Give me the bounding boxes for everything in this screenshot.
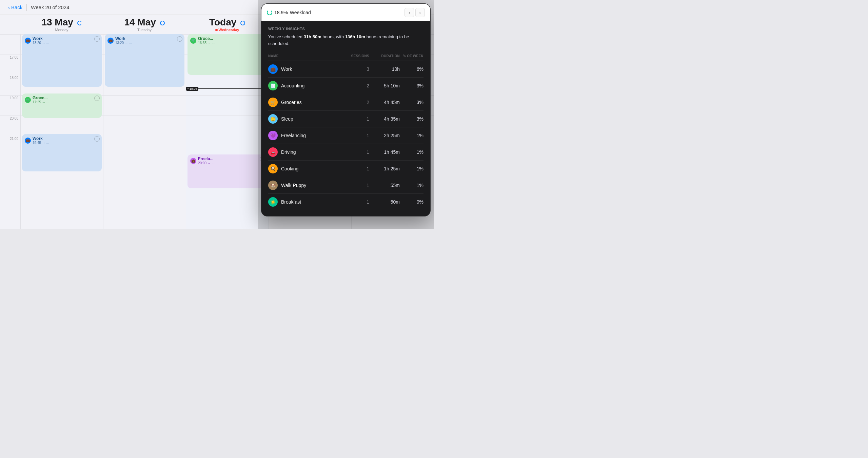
- back-button[interactable]: ‹ Back: [8, 4, 22, 10]
- tue-event-work-1320[interactable]: 💼 Work 13:20 → ...: [105, 34, 184, 87]
- row-name: 🚗 Driving: [268, 147, 342, 157]
- row-label: Driving: [281, 149, 296, 155]
- back-chevron-icon: ‹: [8, 4, 10, 10]
- today-event-freelancing[interactable]: 💼 Freela... 20:00 → ...: [188, 154, 267, 188]
- row-duration: 1h 45m: [369, 149, 400, 155]
- row-icon: 🧾: [268, 81, 278, 90]
- insights-panel: 18.9% Weekload ‹ › WEEKLY INSIGHTS You'v…: [261, 3, 431, 216]
- next-arrow-button[interactable]: ›: [415, 8, 425, 17]
- groceries-check-mon[interactable]: [94, 96, 100, 101]
- row-icon: 🍳: [268, 164, 278, 173]
- panel-header-bar: 18.9% Weekload ‹ ›: [261, 4, 430, 21]
- table-row-accounting[interactable]: 🧾 Accounting 2 5h 10m 3%: [268, 78, 423, 94]
- row-sessions: 1: [342, 133, 369, 138]
- panel-nav-arrows: ‹ ›: [405, 8, 425, 17]
- weekload-spinner-icon: [267, 10, 272, 15]
- row-name: ☀️ Breakfast: [268, 197, 342, 207]
- day-date-mon: 13 May: [22, 18, 102, 27]
- table-row-groceries[interactable]: 🛒 Groceries 2 4h 45m 3%: [268, 94, 423, 111]
- work-title-tue: Work: [115, 36, 132, 41]
- row-label: Groceries: [281, 100, 302, 105]
- th-pct: % OF WEEK: [400, 54, 423, 58]
- row-pct: 3%: [400, 100, 423, 105]
- row-name: 😴 Sleep: [268, 114, 342, 124]
- row-name: 🍳 Cooking: [268, 164, 342, 173]
- row-pct: 1%: [400, 149, 423, 155]
- mon-slot-5: [21, 116, 103, 136]
- row-label: Accounting: [281, 83, 304, 88]
- th-name: NAME: [268, 54, 342, 58]
- time-slot-1800: 18:00: [0, 75, 20, 95]
- row-name: 🐶 Walk Puppy: [268, 181, 342, 190]
- row-icon: 🚗: [268, 147, 278, 157]
- week-label: Week 20 of 2024: [31, 4, 69, 10]
- time-slot-1700: 17:00: [0, 55, 20, 75]
- row-pct: 3%: [400, 116, 423, 122]
- day-date-today: Today: [187, 18, 267, 27]
- row-sessions: 3: [342, 66, 369, 72]
- row-pct: 1%: [400, 133, 423, 138]
- table-row-walk-puppy[interactable]: 🐶 Walk Puppy 1 55m 1%: [268, 177, 423, 194]
- row-label: Walk Puppy: [281, 183, 306, 188]
- table-row-sleep[interactable]: 😴 Sleep 1 4h 35m 3%: [268, 111, 423, 127]
- row-label: Freelancing: [281, 133, 306, 138]
- row-duration: 1h 25m: [369, 166, 400, 171]
- row-label: Cooking: [281, 166, 298, 171]
- th-sessions: SESSIONS: [342, 54, 369, 58]
- th-duration: DURATION: [369, 54, 400, 58]
- row-sessions: 1: [342, 199, 369, 205]
- work2-check-mon[interactable]: [94, 136, 100, 142]
- row-duration: 4h 35m: [369, 116, 400, 122]
- table-row-breakfast[interactable]: ☀️ Breakfast 1 50m 0%: [268, 194, 423, 210]
- scheduled-hours: 31h 50m: [304, 34, 321, 39]
- work-check-mon[interactable]: [94, 36, 100, 42]
- groceries-icon-mon: 🛒: [25, 97, 31, 103]
- day-column-tue: 💼 Work 13:20 → ...: [103, 34, 186, 229]
- freelancing-title-today: Freela...: [198, 157, 215, 161]
- table-row-freelancing[interactable]: 💜 Freelancing 1 2h 25m 1%: [268, 127, 423, 144]
- row-duration: 4h 45m: [369, 100, 400, 105]
- mon-event-groceries[interactable]: 🛒 Groce... 17:25 → ...: [22, 93, 102, 118]
- row-pct: 3%: [400, 83, 423, 88]
- today-indicator: [240, 21, 245, 25]
- day-header-mon: 13 May Monday: [20, 18, 103, 32]
- row-label: Work: [281, 66, 292, 72]
- work-check-tue[interactable]: [177, 36, 182, 42]
- today-dot-icon: [215, 29, 218, 31]
- work2-time-mon: 19:45 → ...: [33, 141, 49, 145]
- work-icon: 💼: [25, 38, 31, 44]
- row-duration: 50m: [369, 199, 400, 205]
- table-row-driving[interactable]: 🚗 Driving 1 1h 45m 1%: [268, 144, 423, 161]
- prev-arrow-button[interactable]: ‹: [405, 8, 414, 17]
- groceries-icon-today: 🛒: [190, 38, 196, 44]
- weekload-badge: 18.9% Weekload: [267, 10, 311, 15]
- row-icon: 💜: [268, 131, 278, 140]
- insights-section-label: WEEKLY INSIGHTS: [268, 27, 423, 31]
- row-icon: 🐶: [268, 181, 278, 190]
- work-time-mon: 13:20 → ...: [33, 41, 49, 45]
- today-event-groceries[interactable]: 🛒 Groce... 16:35 → ...: [188, 34, 267, 75]
- groceries-time-today: 16:35 → ...: [198, 41, 215, 45]
- row-sessions: 2: [342, 100, 369, 105]
- time-slot-2100: 21:00: [0, 136, 20, 156]
- row-label: Breakfast: [281, 199, 301, 205]
- table-row-work[interactable]: 💼 Work 3 10h 6%: [268, 61, 423, 78]
- table-row-cooking[interactable]: 🍳 Cooking 1 1h 25m 1%: [268, 161, 423, 177]
- insights-table: NAME SESSIONS DURATION % OF WEEK 💼 Work …: [268, 53, 423, 210]
- time-column: 17:00 18:00 19:00 20:00 21:00: [0, 34, 20, 229]
- row-duration: 2h 25m: [369, 133, 400, 138]
- mon-event-work-1320[interactable]: 💼 Work 13:20 → ...: [22, 34, 102, 87]
- table-header: NAME SESSIONS DURATION % OF WEEK: [268, 53, 423, 61]
- weekload-label: Weekload: [290, 10, 311, 15]
- work-time-tue: 13:20 → ...: [115, 41, 132, 45]
- row-pct: 6%: [400, 66, 423, 72]
- weekload-percentage: 18.9%: [274, 10, 288, 15]
- time-gutter-header: [0, 18, 20, 32]
- mon-event-work-1945[interactable]: 💼 Work 19:45 → ...: [22, 134, 102, 171]
- row-sessions: 1: [342, 166, 369, 171]
- row-icon: 😴: [268, 114, 278, 124]
- header-divider: [26, 4, 27, 11]
- row-name: 💜 Freelancing: [268, 131, 342, 140]
- row-pct: 0%: [400, 199, 423, 205]
- time-slot-2000: 20:00: [0, 116, 20, 136]
